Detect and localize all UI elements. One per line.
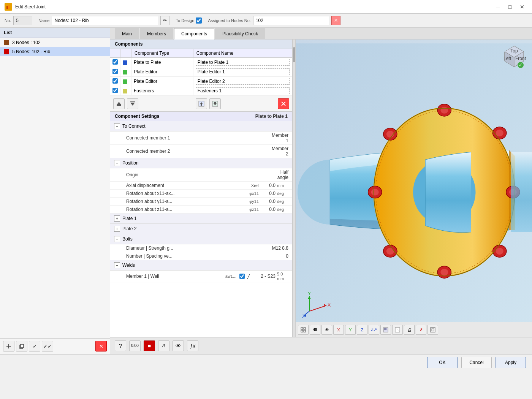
- export-button[interactable]: [209, 98, 221, 109]
- svg-point-38: [371, 189, 379, 196]
- app-icon: [5, 3, 12, 11]
- tab-plausibility[interactable]: Plausibility Check: [215, 28, 265, 40]
- group-plate2[interactable]: + Plate 2: [110, 224, 292, 234]
- to-design-checkbox[interactable]: [196, 17, 202, 24]
- bottom-bar: ? 0.00 ■ A 👁 ƒx: [110, 337, 532, 354]
- group-bolts[interactable]: − Bolts: [110, 234, 292, 244]
- formula-button[interactable]: ƒx: [187, 340, 198, 351]
- ok-button[interactable]: OK: [427, 357, 458, 368]
- move-up-button[interactable]: [113, 98, 125, 109]
- comp-name-input-3[interactable]: [196, 78, 290, 85]
- expand-to-connect[interactable]: −: [114, 123, 120, 129]
- cancel-button[interactable]: Cancel: [461, 357, 492, 368]
- tab-members[interactable]: Members: [140, 28, 173, 40]
- vp-close-button[interactable]: ✗: [416, 325, 426, 335]
- to-design-label: To Design: [176, 18, 194, 23]
- vp-zaxis-button[interactable]: Z↗: [369, 325, 379, 335]
- group-to-connect[interactable]: − To Connect: [110, 121, 292, 131]
- col-type: Component Type: [131, 49, 193, 58]
- weld-check[interactable]: [239, 274, 245, 279]
- vp-z-button[interactable]: Z: [357, 325, 367, 335]
- vp-eye-button[interactable]: 👁: [321, 325, 332, 335]
- vp-wireframe-button[interactable]: [392, 325, 403, 335]
- list-item-1[interactable]: 3 Nodes : 102: [0, 38, 110, 47]
- list-item-2[interactable]: 5 Nodes: 102 - Rib: [0, 47, 110, 56]
- comp-settings-header: Component Settings Plate to Plate 1: [110, 112, 292, 121]
- name-input[interactable]: Nodes: 102 - Rib: [52, 16, 158, 25]
- components-table: Component Type Component Name Plate to P…: [110, 49, 292, 96]
- add-item-button[interactable]: [3, 341, 14, 352]
- comp-name-input-2[interactable]: [196, 68, 290, 75]
- zero-button[interactable]: 0.00: [129, 340, 141, 351]
- close-button[interactable]: ✕: [517, 2, 527, 12]
- group-welds[interactable]: − Welds: [110, 260, 292, 271]
- comp-check-4[interactable]: [112, 88, 118, 93]
- row-rot-z11: Rotation about z11-a... φz11 0.0 deg: [110, 206, 292, 214]
- tab-components[interactable]: Components: [174, 28, 214, 40]
- comp-name-input-1[interactable]: [196, 59, 290, 66]
- vp-layout-button[interactable]: [298, 325, 309, 335]
- vp-fullscreen-button[interactable]: [428, 325, 438, 335]
- svg-text:X: X: [328, 302, 331, 308]
- expand-bolts[interactable]: −: [114, 236, 120, 242]
- name-label: Name: [38, 18, 49, 23]
- help-button[interactable]: ?: [115, 340, 126, 351]
- svg-rect-4: [8, 344, 9, 348]
- no-label: No.: [5, 18, 11, 23]
- tab-main[interactable]: Main: [115, 28, 139, 40]
- svg-point-26: [440, 107, 448, 114]
- move-down-button[interactable]: [127, 98, 138, 109]
- name-field-group: Name Nodes: 102 - Rib ✏: [38, 16, 169, 25]
- titlebar-controls: ─ □ ✕: [492, 2, 527, 12]
- svg-marker-55: [308, 296, 311, 299]
- comp-name-input-4[interactable]: [196, 87, 290, 94]
- svg-text:✓: ✓: [519, 62, 522, 68]
- assigned-input[interactable]: 102: [253, 16, 329, 25]
- settings-panel: Components Component Type Component Name: [110, 40, 293, 337]
- apply-button[interactable]: Apply: [496, 357, 526, 368]
- expand-plate2[interactable]: +: [114, 226, 120, 232]
- vp-y-button[interactable]: Y: [345, 325, 356, 335]
- group-position-label: Position: [122, 160, 139, 166]
- footer-bar: OK Cancel Apply: [0, 354, 532, 370]
- vp-render-button[interactable]: [380, 325, 391, 335]
- group-plate1[interactable]: + Plate 1: [110, 214, 292, 224]
- copy-item-button[interactable]: [16, 341, 27, 352]
- svg-rect-65: [384, 328, 386, 330]
- edit-name-button[interactable]: ✏: [160, 16, 169, 25]
- red-button[interactable]: ■: [144, 340, 155, 351]
- comp-check-1[interactable]: [112, 59, 118, 65]
- viewport-toolbar: 48 👁 X Y Z Z↗ 🖨 ✗: [296, 322, 532, 337]
- assigned-label: Assigned to Nodes No.: [208, 18, 251, 23]
- vp-x-button[interactable]: X: [333, 325, 344, 335]
- expand-welds[interactable]: −: [114, 262, 120, 268]
- svg-rect-60: [301, 328, 303, 329]
- expand-position[interactable]: −: [114, 160, 120, 166]
- list-label-1: 3 Nodes : 102: [12, 40, 41, 45]
- delete-item-button[interactable]: ✕: [95, 341, 107, 352]
- svg-marker-7: [117, 102, 121, 105]
- vp-print-button[interactable]: 🖨: [404, 325, 415, 335]
- no-input[interactable]: 5: [13, 16, 32, 25]
- minimize-button[interactable]: ─: [492, 2, 503, 12]
- clear-assigned-button[interactable]: ✕: [331, 16, 340, 25]
- svg-point-32: [496, 248, 504, 255]
- svg-rect-2: [8, 5, 10, 9]
- svg-rect-62: [301, 330, 303, 332]
- comp-check-3[interactable]: [112, 78, 118, 84]
- maximize-button[interactable]: □: [505, 2, 515, 12]
- import-button[interactable]: [196, 98, 207, 109]
- expand-plate1[interactable]: +: [114, 215, 120, 222]
- comp-type-2: Plate Editor: [131, 67, 193, 77]
- view-button[interactable]: 👁: [173, 340, 184, 351]
- svg-text:Left: Left: [504, 56, 511, 61]
- text-button[interactable]: A: [158, 340, 169, 351]
- settings-scrollbar[interactable]: [293, 40, 296, 337]
- validate-button[interactable]: ✓✓: [42, 341, 53, 352]
- group-position[interactable]: − Position: [110, 158, 292, 168]
- cube-navigator[interactable]: Top Left Front ✓: [501, 44, 527, 71]
- delete-comp-button[interactable]: [278, 98, 289, 109]
- check-button[interactable]: ✓: [29, 341, 40, 352]
- comp-check-2[interactable]: [112, 69, 118, 74]
- vp-zoom-button[interactable]: 48: [310, 325, 320, 335]
